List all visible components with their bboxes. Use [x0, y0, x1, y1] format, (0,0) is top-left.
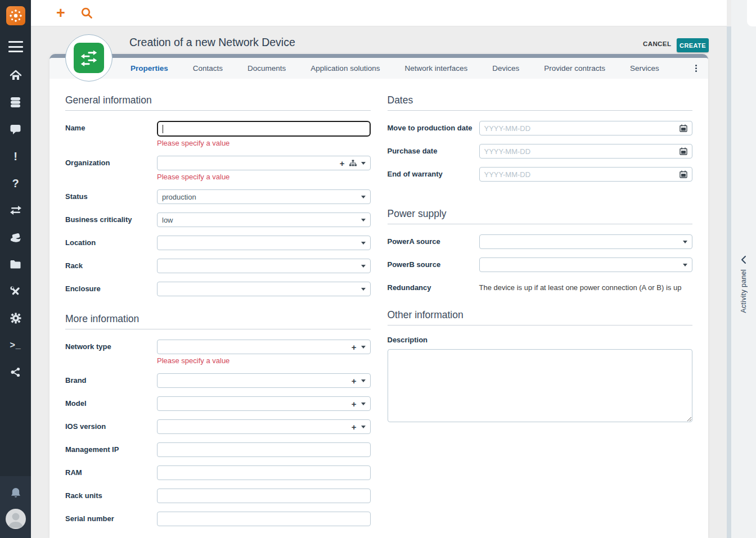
hand-deliver-icon[interactable] [7, 229, 24, 245]
calendar-icon[interactable] [680, 124, 687, 132]
validation-error: Please specify a value [157, 139, 371, 147]
form-left-column: General information Name Please specify … [65, 94, 371, 535]
section-general-information: General information Name Please specify … [65, 94, 371, 296]
user-avatar[interactable] [6, 509, 26, 529]
notifications-bell-icon[interactable] [7, 485, 24, 501]
quick-create-icon[interactable]: + [56, 6, 65, 21]
home-icon[interactable] [7, 67, 24, 83]
folder-icon[interactable] [7, 256, 24, 272]
business-criticality-select[interactable]: low [157, 213, 371, 227]
activity-panel-label: Activity panel [740, 269, 748, 313]
add-icon[interactable]: + [352, 423, 357, 431]
tab-provider-contracts[interactable]: Provider contracts [544, 64, 605, 73]
ram-input[interactable] [157, 465, 371, 480]
powerb-source-select[interactable] [479, 257, 693, 272]
cancel-button[interactable]: CANCEL [643, 40, 671, 47]
caret-down-icon[interactable] [361, 265, 366, 268]
rack-units-input[interactable] [157, 489, 371, 503]
management-ip-input[interactable] [157, 442, 371, 457]
chat-icon[interactable] [7, 121, 24, 137]
caret-down-icon[interactable] [361, 379, 366, 382]
chevron-left-icon[interactable] [740, 255, 747, 264]
field-row-powera-source: PowerA source [388, 234, 693, 249]
brand-select[interactable]: + [157, 373, 371, 388]
rack-units-label: Rack units [65, 489, 157, 503]
serial-number-input[interactable] [157, 512, 371, 526]
itop-logo-icon[interactable] [6, 6, 25, 25]
validation-error: Please specify a value [157, 173, 371, 181]
tab-devices[interactable]: Devices [492, 64, 519, 73]
field-row-purchase-date: Purchase date YYYY-MM-DD [388, 144, 693, 159]
validation-error: Please specify a value [157, 356, 371, 365]
share-graph-icon[interactable] [7, 364, 24, 380]
powera-source-select[interactable] [479, 234, 693, 249]
search-icon[interactable] [80, 7, 93, 19]
section-title: General information [65, 94, 371, 111]
caret-down-icon[interactable] [361, 162, 366, 165]
ios-version-select[interactable]: + [157, 419, 371, 434]
vertical-scrollbar[interactable] [727, 26, 731, 538]
end-of-warranty-date-input[interactable]: YYYY-MM-DD [479, 167, 693, 182]
tab-contacts[interactable]: Contacts [193, 64, 223, 73]
tab-network-interfaces[interactable]: Network interfaces [404, 64, 467, 73]
caret-down-icon[interactable] [361, 426, 366, 428]
caret-down-icon[interactable] [361, 242, 366, 245]
status-value: production [162, 193, 196, 201]
add-icon[interactable]: + [340, 159, 345, 168]
question-icon[interactable]: ? [7, 175, 24, 191]
move-to-production-date-input[interactable]: YYYY-MM-DD [479, 121, 693, 135]
hierarchy-icon[interactable] [349, 160, 357, 166]
model-select[interactable]: + [157, 396, 371, 411]
create-button[interactable]: CREATE [677, 38, 709, 52]
caret-down-icon[interactable] [361, 346, 366, 349]
caret-down-icon[interactable] [683, 264, 687, 266]
network-type-label: Network type [65, 340, 157, 365]
hamburger-menu-icon[interactable] [8, 41, 23, 52]
business-criticality-label: Business criticality [65, 213, 157, 227]
add-icon[interactable]: + [352, 343, 357, 351]
tab-properties[interactable]: Properties [130, 64, 168, 73]
ios-version-label: IOS version [65, 419, 157, 434]
properties-form: General information Name Please specify … [50, 79, 708, 535]
add-icon[interactable]: + [352, 400, 357, 408]
serial-number-label: Serial number [65, 512, 157, 526]
calendar-icon[interactable] [680, 170, 687, 178]
add-icon[interactable]: + [352, 377, 357, 385]
organization-select[interactable]: + [157, 156, 371, 170]
caret-down-icon[interactable] [683, 241, 687, 243]
tab-documents[interactable]: Documents [248, 64, 286, 73]
enclosure-select[interactable] [157, 282, 371, 296]
transfer-arrows-icon[interactable] [7, 202, 24, 218]
redundancy-value: The device is up if at least one power c… [479, 281, 693, 292]
caret-down-icon[interactable] [361, 288, 366, 291]
activity-panel-collapsed[interactable]: Activity panel [731, 0, 756, 538]
terminal-icon[interactable]: >_ [7, 337, 24, 353]
tab-services[interactable]: Services [630, 64, 659, 73]
sidebar: ! ? >_ [0, 0, 31, 538]
database-icon[interactable] [7, 94, 24, 110]
rack-select[interactable] [157, 259, 371, 273]
tools-icon[interactable] [7, 283, 24, 299]
network-type-select[interactable]: + [157, 340, 371, 354]
sidebar-menu: ! ? >_ [7, 67, 24, 391]
description-textarea[interactable] [388, 349, 693, 422]
calendar-icon[interactable] [680, 147, 687, 155]
caret-down-icon[interactable] [361, 219, 366, 221]
caret-down-icon[interactable] [361, 403, 366, 405]
field-row-name: Name Please specify a value [65, 121, 371, 147]
page-title: Creation of a new Network Device [129, 36, 295, 49]
exclamation-icon[interactable]: ! [7, 148, 24, 164]
tab-application-solutions[interactable]: Application solutions [310, 64, 380, 73]
settings-gear-icon[interactable] [7, 310, 24, 326]
caret-down-icon[interactable] [361, 196, 366, 198]
brand-label: Brand [65, 373, 157, 388]
field-row-enclosure: Enclosure [65, 282, 371, 296]
field-row-status: Status production [65, 189, 371, 204]
name-input[interactable] [157, 121, 371, 137]
status-select[interactable]: production [157, 189, 371, 204]
date-placeholder: YYYY-MM-DD [484, 124, 531, 133]
location-select[interactable] [157, 236, 371, 250]
purchase-date-input[interactable]: YYYY-MM-DD [479, 144, 693, 159]
kebab-menu-icon[interactable] [693, 62, 699, 74]
activity-panel-notch [747, 0, 756, 26]
